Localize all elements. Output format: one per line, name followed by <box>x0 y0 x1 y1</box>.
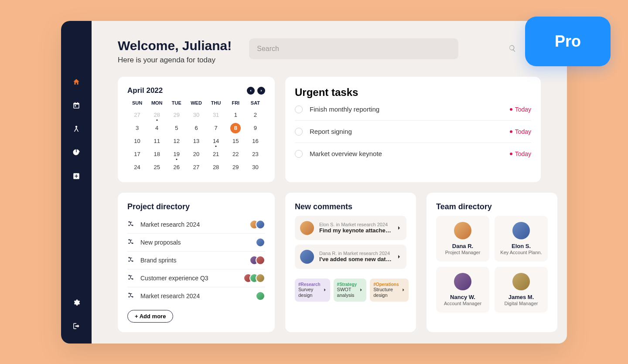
calendar-day[interactable]: 27 <box>186 162 206 173</box>
calendar-day[interactable]: 19 <box>167 149 186 160</box>
project-row[interactable]: New proposals <box>127 234 265 252</box>
task-label: Finish monthly reporting <box>310 105 503 113</box>
calendar-prev[interactable] <box>247 87 255 95</box>
calendar-day[interactable]: 1 <box>226 110 246 120</box>
task-row: Finish monthly reportingToday <box>295 99 531 121</box>
calendar-day[interactable]: 27 <box>127 110 147 120</box>
chip-tag: #Operations <box>373 282 399 287</box>
nav-analytics[interactable] <box>72 148 81 157</box>
calendar-day[interactable]: 24 <box>127 162 147 173</box>
add-project-button[interactable]: + Add more <box>127 310 173 323</box>
task-label: Market overview keynote <box>310 150 503 157</box>
team-member[interactable]: James M.Digital Manager <box>495 267 548 313</box>
project-row[interactable]: Market research 2024 <box>127 216 265 234</box>
chevron-right-icon <box>323 288 327 292</box>
member-role: Key Account Plann. <box>498 249 544 255</box>
project-name: New proposals <box>140 239 249 246</box>
project-row[interactable]: Brand sprints <box>127 252 265 269</box>
projects-title: Project directory <box>127 202 265 211</box>
calendar-day[interactable]: 28 <box>206 162 226 173</box>
task-checkbox[interactable] <box>295 105 303 113</box>
calendar-day[interactable]: 5 <box>167 123 186 133</box>
project-row[interactable]: Market research 2024 <box>127 287 265 305</box>
calendar-card: April 2022 SUNMONTUEWEDTHUFRISAT27282930… <box>118 77 275 182</box>
calendar-day[interactable]: 30 <box>186 110 206 120</box>
calendar-next[interactable] <box>257 87 265 95</box>
calendar-day[interactable]: 26 <box>167 162 186 173</box>
chip-label: Structure design <box>373 287 399 298</box>
nav-calendar[interactable] <box>72 101 81 110</box>
calendar-day[interactable]: 15 <box>226 136 246 146</box>
urgent-tasks-card: Urgent tasks Finish monthly reportingTod… <box>285 77 541 182</box>
calendar-day[interactable]: 28 <box>147 110 167 120</box>
calendar-day[interactable]: 20 <box>186 149 206 160</box>
comments-card: New comments Elon S. in Market research … <box>285 193 416 332</box>
comment-meta: Dana R. in Market research 2024 <box>319 251 392 256</box>
calendar-day[interactable]: 21 <box>206 149 226 160</box>
calendar-day[interactable]: 22 <box>226 149 246 160</box>
team-member[interactable]: Elon S.Key Account Plann. <box>495 216 548 262</box>
comment-item[interactable]: Elon S. in Market research 2024Find my k… <box>295 216 406 240</box>
calendar-day[interactable]: 7 <box>206 123 226 133</box>
urgent-title: Urgent tasks <box>295 86 531 99</box>
nav-home[interactable] <box>72 78 81 86</box>
calendar-day[interactable]: 11 <box>147 136 167 146</box>
nav-drafting[interactable] <box>72 125 81 133</box>
calendar-day[interactable]: 3 <box>127 123 147 133</box>
comment-item[interactable]: Dana R. in Market research 2024I've adde… <box>295 245 406 269</box>
calendar-day[interactable]: 12 <box>167 136 186 146</box>
calendar-day[interactable]: 31 <box>206 110 226 120</box>
project-name: Customer experience Q3 <box>140 275 237 282</box>
calendar-day[interactable]: 13 <box>186 136 206 146</box>
search-icon <box>509 44 516 54</box>
calendar-day[interactable]: 8 <box>226 123 246 133</box>
member-role: Project Manager <box>440 249 486 255</box>
calendar-day[interactable]: 6 <box>186 123 206 133</box>
calendar-dow: SUN <box>127 100 147 107</box>
project-row[interactable]: Customer experience Q3 <box>127 269 265 287</box>
calendar-day[interactable]: 4 <box>147 123 167 133</box>
calendar-day[interactable]: 17 <box>127 149 147 160</box>
team-member[interactable]: Dana R.Project Manager <box>436 216 489 262</box>
comments-title: New comments <box>295 202 406 211</box>
task-checkbox[interactable] <box>295 128 303 136</box>
nav-logout[interactable] <box>72 322 81 330</box>
calendar-day[interactable]: 16 <box>246 136 265 146</box>
calendar-day[interactable]: 18 <box>147 149 167 160</box>
task-checkbox[interactable] <box>295 150 303 158</box>
calendar-day[interactable]: 10 <box>127 136 147 146</box>
avatar <box>300 221 314 235</box>
avatar <box>512 273 530 290</box>
chip[interactable]: #OperationsStructure design <box>370 279 408 302</box>
calendar-day[interactable]: 14 <box>206 136 226 146</box>
avatar <box>454 222 471 239</box>
nav-settings[interactable] <box>72 298 81 307</box>
calendar-day[interactable]: 29 <box>167 110 186 120</box>
chip[interactable]: #StrategySWOT analysis <box>334 279 367 302</box>
calendar-day[interactable]: 2 <box>246 110 265 120</box>
member-role: Digital Manager <box>498 300 544 306</box>
comment-text: I've added some new data. Let's.. <box>319 256 392 262</box>
calendar-day[interactable]: 23 <box>246 149 265 160</box>
member-name: James M. <box>498 294 544 300</box>
avatar <box>256 220 265 229</box>
avatar <box>454 273 471 290</box>
calendar-day[interactable]: 25 <box>147 162 167 173</box>
avatar <box>300 250 314 264</box>
task-row: Market overview keynoteToday <box>295 143 531 165</box>
team-member[interactable]: Nancy W.Account Manager <box>436 267 489 313</box>
calendar-day[interactable]: 29 <box>226 162 246 173</box>
search-input[interactable] <box>249 38 458 59</box>
avatar <box>256 291 265 301</box>
chip[interactable]: #ResearchSurvey design <box>295 279 330 302</box>
avatar <box>256 273 265 283</box>
calendar-day[interactable]: 9 <box>246 123 265 133</box>
calendar-day[interactable]: 30 <box>246 162 265 173</box>
task-due: Today <box>510 106 531 113</box>
nav-add[interactable] <box>72 172 81 180</box>
chevron-right-icon <box>397 224 401 232</box>
avatar <box>512 222 530 239</box>
project-icon <box>127 274 134 282</box>
chip-label: Survey design <box>298 287 321 298</box>
team-directory-card: Team directory Dana R.Project ManagerElo… <box>427 193 557 332</box>
